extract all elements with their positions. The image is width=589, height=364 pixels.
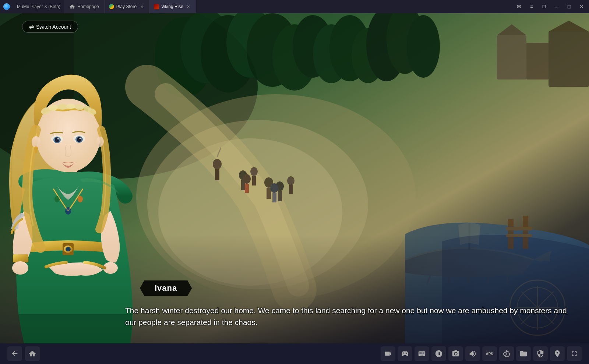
svg-point-87 <box>35 149 38 153</box>
apk-label: APK <box>486 352 493 356</box>
toolbar-right: APK <box>381 346 582 361</box>
switch-account-label: Switch Account <box>36 24 71 30</box>
svg-rect-35 <box>278 191 282 201</box>
svg-point-82 <box>57 138 59 139</box>
svg-rect-48 <box>506 227 532 230</box>
toolbar-left <box>7 346 40 361</box>
svg-point-28 <box>250 167 258 176</box>
dialog-text: The harsh winter destroyed our home. We … <box>125 305 567 329</box>
svg-rect-33 <box>267 188 271 199</box>
close-button[interactable]: ✕ <box>576 1 588 12</box>
screenshot-icon <box>452 350 460 358</box>
character-name-badge: Ivana <box>140 280 192 296</box>
svg-rect-17 <box>549 32 589 87</box>
multi-control-icon <box>435 350 443 358</box>
vikingrise-close-button[interactable]: ✕ <box>186 4 191 10</box>
switch-icon: ⇌ <box>29 23 34 30</box>
home-nav-icon <box>28 350 36 358</box>
svg-point-83 <box>80 138 81 139</box>
playstore-tab-label: Play Store <box>116 4 137 9</box>
maximize-button[interactable]: □ <box>563 1 575 12</box>
back-icon <box>11 350 19 358</box>
folder-button[interactable] <box>516 346 531 361</box>
svg-point-23 <box>213 159 222 169</box>
svg-point-63 <box>12 261 28 275</box>
playstore-close-button[interactable]: ✕ <box>139 4 145 10</box>
svg-point-65 <box>54 196 60 202</box>
controller-icon <box>401 350 409 358</box>
svg-point-71 <box>58 104 67 110</box>
svg-rect-16 <box>526 43 549 79</box>
svg-point-72 <box>66 104 75 109</box>
svg-rect-29 <box>252 176 256 185</box>
menu-button[interactable]: ≡ <box>526 1 537 12</box>
mail-button[interactable]: ✉ <box>513 1 525 12</box>
svg-point-38 <box>270 183 278 193</box>
record-button[interactable] <box>381 346 395 361</box>
keyboard-icon <box>418 350 426 358</box>
dialog-box[interactable]: Ivana The harsh winter destroyed our hom… <box>125 280 567 329</box>
svg-point-80 <box>55 137 59 142</box>
svg-point-14 <box>407 15 440 78</box>
keyboard-button[interactable] <box>415 346 429 361</box>
home-icon <box>69 4 75 10</box>
svg-point-36 <box>287 176 294 185</box>
titlebar-controls: ✉ ≡ ❐ — □ ✕ <box>513 1 589 12</box>
minimize-button[interactable]: — <box>551 1 562 12</box>
svg-rect-24 <box>215 169 219 180</box>
controller-button[interactable] <box>398 346 412 361</box>
svg-rect-37 <box>289 185 293 194</box>
vikingrise-favicon <box>154 4 159 9</box>
rotate-icon <box>502 350 511 358</box>
tab-homepage[interactable]: Homepage <box>64 0 105 13</box>
svg-point-84 <box>32 136 40 148</box>
home-button[interactable] <box>25 346 40 361</box>
shield-button[interactable] <box>533 346 548 361</box>
folder-icon <box>519 350 528 358</box>
tab-vikingrise[interactable]: Viking Rise ✕ <box>149 0 196 13</box>
app-icon <box>0 0 13 13</box>
svg-rect-62 <box>13 254 28 262</box>
game-area[interactable]: ⇌ Switch Account Ivana The harsh winter … <box>0 13 589 351</box>
svg-point-30 <box>243 174 251 184</box>
restore-button[interactable]: ❐ <box>538 1 550 12</box>
svg-rect-39 <box>272 193 276 202</box>
record-icon <box>384 350 392 358</box>
multi-control-button[interactable] <box>431 346 446 361</box>
shield-icon <box>536 350 544 358</box>
homepage-tab-label: Homepage <box>77 4 99 9</box>
playstore-favicon <box>109 4 114 9</box>
svg-rect-15 <box>497 35 526 79</box>
mumu-logo <box>3 3 10 10</box>
screenshot-button[interactable] <box>448 346 463 361</box>
volume-button[interactable] <box>465 346 480 361</box>
app-title: MuMu Player X (Beta) <box>13 4 64 9</box>
volume-icon <box>469 350 477 358</box>
svg-point-88 <box>455 353 457 355</box>
svg-point-85 <box>96 137 104 147</box>
tab-playstore[interactable]: Play Store ✕ <box>105 0 149 13</box>
vikingrise-tab-label: Viking Rise <box>161 4 183 9</box>
svg-point-61 <box>66 247 71 251</box>
svg-point-67 <box>78 196 83 202</box>
location-button[interactable] <box>550 346 565 361</box>
expand-icon <box>570 350 578 358</box>
switch-account-button[interactable]: ⇌ Switch Account <box>22 21 78 33</box>
tab-bar: Homepage Play Store ✕ Viking Rise ✕ <box>64 0 513 13</box>
titlebar: MuMu Player X (Beta) Homepage Play Store… <box>0 0 589 13</box>
expand-button[interactable] <box>567 346 582 361</box>
character-name-text: Ivana <box>155 283 177 293</box>
bottom-toolbar: APK <box>0 343 589 364</box>
rotate-button[interactable] <box>499 346 514 361</box>
location-icon <box>553 350 561 358</box>
apk-button[interactable]: APK <box>482 346 497 361</box>
back-button[interactable] <box>7 346 22 361</box>
svg-point-81 <box>77 137 81 142</box>
svg-rect-31 <box>245 184 249 193</box>
